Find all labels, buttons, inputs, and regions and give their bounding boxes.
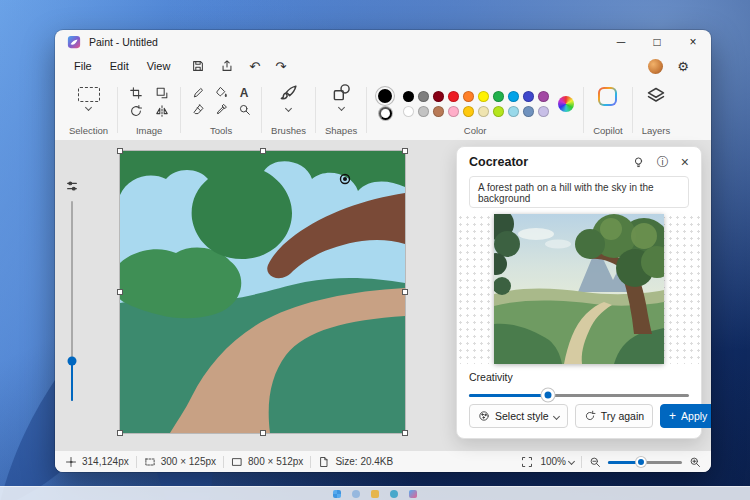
generated-image[interactable] bbox=[494, 214, 664, 364]
zoom-slider-thumb[interactable] bbox=[636, 457, 646, 467]
selection-handle[interactable] bbox=[117, 148, 123, 154]
brushes-button[interactable] bbox=[279, 83, 299, 111]
menu-file[interactable]: File bbox=[65, 57, 101, 75]
color-swatch[interactable] bbox=[433, 91, 444, 102]
ribbon: Selection Image bbox=[55, 78, 711, 141]
eraser-tool[interactable] bbox=[190, 103, 206, 116]
zoom-slider[interactable] bbox=[608, 456, 682, 468]
ribbon-group-shapes: Shapes bbox=[317, 80, 365, 140]
menu-view[interactable]: View bbox=[138, 57, 180, 75]
zoom-level-dropdown[interactable]: 100% bbox=[540, 456, 574, 467]
flip-button[interactable] bbox=[153, 104, 171, 118]
canvas-size-icon bbox=[231, 456, 243, 468]
menu-edit[interactable]: Edit bbox=[101, 57, 138, 75]
taskbar[interactable] bbox=[0, 486, 750, 500]
creativity-thumb[interactable] bbox=[542, 389, 555, 402]
selection-handle[interactable] bbox=[402, 148, 408, 154]
copilot-button[interactable] bbox=[598, 83, 617, 106]
slider-track[interactable] bbox=[71, 201, 73, 401]
color-swatch[interactable] bbox=[508, 106, 519, 117]
color-swatch[interactable] bbox=[493, 91, 504, 102]
creativity-slider[interactable] bbox=[469, 389, 689, 395]
selection-handle[interactable] bbox=[260, 430, 266, 436]
zoom-level-value: 100% bbox=[540, 456, 566, 467]
redo-button[interactable]: ↷ bbox=[275, 60, 286, 73]
ribbon-divider bbox=[366, 87, 367, 133]
chevron-down-icon bbox=[568, 458, 575, 465]
ribbon-divider bbox=[583, 87, 584, 133]
settings-gear-icon[interactable]: ⚙ bbox=[677, 59, 689, 74]
taskbar-start-icon[interactable] bbox=[333, 490, 341, 498]
color-swatch[interactable] bbox=[523, 106, 534, 117]
magnifier-tool[interactable] bbox=[236, 103, 252, 116]
taskbar-edge-icon[interactable] bbox=[390, 490, 398, 498]
share-button[interactable] bbox=[220, 59, 234, 73]
minimize-button[interactable]: ─ bbox=[603, 30, 639, 54]
color-swatch[interactable] bbox=[478, 106, 489, 117]
lightbulb-icon[interactable] bbox=[632, 156, 645, 169]
save-button[interactable] bbox=[191, 59, 205, 73]
ribbon-label-color: Color bbox=[464, 125, 487, 138]
selection-handle[interactable] bbox=[402, 289, 408, 295]
color-swatch[interactable] bbox=[478, 91, 489, 102]
brush-size-slider[interactable] bbox=[63, 179, 81, 405]
rotate-button[interactable] bbox=[127, 104, 145, 118]
zoom-out-button[interactable] bbox=[589, 456, 601, 468]
text-tool[interactable]: A bbox=[236, 86, 252, 99]
drawing-canvas[interactable] bbox=[120, 151, 405, 433]
color-swatch[interactable] bbox=[463, 106, 474, 117]
edit-colors-wheel-icon[interactable] bbox=[558, 96, 574, 112]
layers-button[interactable] bbox=[646, 83, 666, 106]
color-swatch[interactable] bbox=[418, 106, 429, 117]
try-again-button[interactable]: Try again bbox=[575, 404, 653, 428]
eyedropper-tool[interactable] bbox=[213, 103, 229, 116]
statusbar-separator bbox=[310, 456, 311, 468]
slider-thumb[interactable] bbox=[68, 357, 77, 366]
shapes-button[interactable] bbox=[332, 83, 351, 110]
taskbar-paint-icon[interactable] bbox=[409, 490, 417, 498]
apply-button[interactable]: + Apply bbox=[660, 404, 711, 428]
color-swatch[interactable] bbox=[538, 91, 549, 102]
crop-button[interactable] bbox=[127, 86, 145, 100]
canvas-size: 800 × 512px bbox=[231, 456, 303, 468]
prompt-input[interactable]: A forest path on a hill with the sky in … bbox=[469, 176, 689, 208]
selection-tool-button[interactable] bbox=[78, 83, 100, 110]
canvas-artwork bbox=[120, 151, 405, 433]
ribbon-label-layers: Layers bbox=[642, 125, 671, 138]
color-swatch[interactable] bbox=[523, 91, 534, 102]
color-swatch[interactable] bbox=[508, 91, 519, 102]
account-avatar[interactable] bbox=[648, 59, 663, 74]
color-swatch[interactable] bbox=[448, 106, 459, 117]
zoom-controls: 100% bbox=[521, 456, 701, 468]
taskbar-search-icon[interactable] bbox=[352, 490, 360, 498]
color-swatch[interactable] bbox=[448, 91, 459, 102]
cocreator-header: Cocreator ⓘ × bbox=[469, 155, 689, 169]
color-swatch[interactable] bbox=[418, 91, 429, 102]
fit-to-screen-button[interactable] bbox=[521, 456, 533, 468]
color-swatch[interactable] bbox=[493, 106, 504, 117]
brush-icon bbox=[279, 83, 299, 103]
close-panel-icon[interactable]: × bbox=[681, 155, 689, 169]
ribbon-divider bbox=[117, 87, 118, 133]
close-button[interactable]: × bbox=[675, 30, 711, 54]
info-icon[interactable]: ⓘ bbox=[657, 156, 669, 168]
color-swatch[interactable] bbox=[433, 106, 444, 117]
background-color[interactable] bbox=[379, 107, 392, 120]
selection-handle[interactable] bbox=[402, 430, 408, 436]
color-swatch[interactable] bbox=[463, 91, 474, 102]
resize-button[interactable] bbox=[153, 86, 171, 100]
taskbar-explorer-icon[interactable] bbox=[371, 490, 379, 498]
fill-bucket-tool[interactable] bbox=[213, 86, 229, 99]
color-swatch[interactable] bbox=[403, 91, 414, 102]
pencil-tool[interactable] bbox=[190, 86, 206, 99]
undo-button[interactable]: ↶ bbox=[249, 60, 260, 73]
maximize-button[interactable]: □ bbox=[639, 30, 675, 54]
selection-handle[interactable] bbox=[260, 148, 266, 154]
color-swatch[interactable] bbox=[403, 106, 414, 117]
color-swatch[interactable] bbox=[538, 106, 549, 117]
selection-handle[interactable] bbox=[117, 289, 123, 295]
selection-handle[interactable] bbox=[117, 430, 123, 436]
slider-icon bbox=[65, 179, 79, 193]
zoom-in-button[interactable] bbox=[689, 456, 701, 468]
foreground-color[interactable] bbox=[376, 87, 394, 105]
